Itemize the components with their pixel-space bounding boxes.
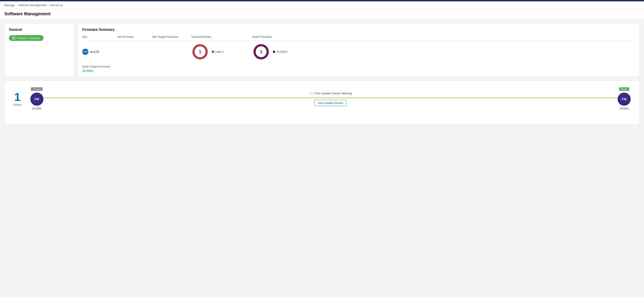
legend-dot-leafs [212,51,214,53]
general-card-title: General [9,28,70,32]
check-icon [12,36,16,40]
target-fw-node: Target FW 16.0(4c) [618,87,631,110]
breadcrumb-sep-1: › [16,4,17,7]
target-fw-version: 16.0(4c) [619,107,629,110]
flow-area: Current FW 16.0(4b) ⚠ 1 Pre-Update Check… [30,87,631,110]
node-firmware-donut-container: 1 16.0(4b) 1 [252,43,314,61]
current-fw-node: Current FW 16.0(4b) [30,87,44,110]
legend-fw-version: 16.0(4b) 1 [273,50,288,53]
bottom-section: 1 Nodes Current FW 16.0(4b) ⚠ 1 Pre-Upda… [4,81,640,124]
site-icon: APIC [82,49,88,55]
node-firmware-legend: 16.0(4b) 1 [273,50,288,53]
node-target-section: Node Target Firmware 16.0(4c) [82,65,635,73]
warning-banner: ⚠ 1 Pre-Update Checks Warning [309,91,352,95]
col-site-firmware: Site firmware [117,35,152,39]
nodes-number: 1 [14,91,20,103]
current-badge: Current [31,87,42,91]
top-cards: General Analysis Complete Firmware Summa… [4,23,640,77]
analysis-badge-label: Analysis Complete [17,37,40,40]
selected-nodes-donut-container: 1 Leafs 1 [191,43,252,61]
node-target-label: Node Target Firmware [82,65,635,68]
selected-nodes-legend: Leafs 1 [212,50,224,53]
legend-dot-fw [273,51,275,53]
site-name: aci130 [90,50,99,54]
warning-text: 1 Pre-Update Checks Warning [314,92,352,95]
col-site: Site [82,35,117,39]
breadcrumb-software-management[interactable]: Software Management [18,4,47,7]
nodes-flow: 1 Nodes Current FW 16.0(4b) ⚠ 1 Pre-Upda… [13,87,631,110]
flow-line [44,98,618,98]
node-firmware-count: 1 [260,49,262,54]
legend-leafs-label: Leafs 1 [215,50,224,53]
breadcrumb-current: test-ua-sa [50,4,63,7]
view-details-button[interactable]: View Update Details [314,100,346,106]
legend-fw-label: 16.0(4b) 1 [276,50,288,53]
firmware-card-title: Firmware Summary [82,28,635,32]
selected-nodes-donut: 1 [191,43,209,61]
target-badge: Target [619,87,630,91]
firmware-table-header: Site Site firmware Site Target Firmware … [82,35,635,40]
general-card: General Analysis Complete [4,23,74,77]
page-title: Software Management [4,11,640,16]
analysis-badge: Analysis Complete [9,35,44,41]
node-firmware-donut: 1 [252,43,270,61]
flow-line-container: ⚠ 1 Pre-Update Checks Warning View Updat… [44,91,618,106]
site-cell: APIC aci130 [82,49,117,55]
warning-icon: ⚠ [309,91,312,95]
firmware-table: Site Site firmware Site Target Firmware … [82,35,635,73]
firmware-card: Firmware Summary Site Site firmware Site… [78,23,640,77]
breadcrumb-sep-2: › [48,4,49,7]
legend-leafs: Leafs 1 [212,50,224,53]
page-header: Software Management [0,9,644,20]
node-target-value[interactable]: 16.0(4c) [82,69,635,73]
nodes-label: Nodes [13,103,22,106]
breadcrumb-manage[interactable]: Manage [4,4,14,7]
main-content: General Analysis Complete Firmware Summa… [0,20,644,128]
current-fw-circle: FW [30,93,44,106]
firmware-table-row: APIC aci130 1 [82,43,635,61]
selected-nodes-count: 1 [199,49,201,54]
breadcrumb: Manage › Software Management › test-ua-s… [0,1,644,9]
nodes-count: 1 Nodes [13,91,22,106]
target-fw-circle: FW [618,93,631,106]
col-node-firmware: Node Firmware [252,35,314,39]
col-site-target-firmware: Site Target Firmware [152,35,191,39]
col-selected-nodes: Selected Nodes [191,35,252,39]
current-fw-version: 16.0(4b) [32,107,42,110]
